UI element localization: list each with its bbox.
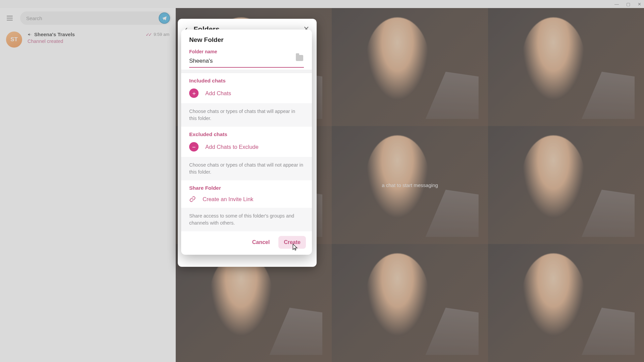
folder-name-input[interactable] <box>189 56 304 68</box>
share-folder-title: Share Folder <box>181 180 312 194</box>
folder-name-label: Folder name <box>189 49 304 54</box>
new-folder-dialog: New Folder Folder name Included chats ＋ … <box>181 29 312 255</box>
folder-icon[interactable] <box>296 55 303 61</box>
add-exclude-chats-button[interactable]: － Add Chats to Exclude <box>181 140 312 157</box>
excluded-helper-text: Choose chats or types of chats that will… <box>181 157 312 180</box>
add-chats-button[interactable]: ＋ Add Chats <box>181 86 312 103</box>
minus-icon: － <box>189 142 199 152</box>
plus-icon: ＋ <box>189 88 199 98</box>
link-icon <box>189 196 196 202</box>
create-invite-link-button[interactable]: Create an Invite Link <box>181 194 312 208</box>
create-invite-link-label: Create an Invite Link <box>203 196 253 202</box>
included-chats-title: Included chats <box>181 73 312 86</box>
dialog-title: New Folder <box>189 36 304 44</box>
add-chats-label: Add Chats <box>205 90 231 97</box>
divider <box>181 70 312 73</box>
cancel-button[interactable]: Cancel <box>247 236 275 249</box>
add-exclude-chats-label: Add Chats to Exclude <box>205 144 259 150</box>
excluded-chats-title: Excluded chats <box>181 127 312 140</box>
backdrop-light <box>0 0 644 362</box>
included-helper-text: Choose chats or types of chats that will… <box>181 103 312 127</box>
create-button[interactable]: Create <box>278 236 306 249</box>
share-helper-text: Share access to some of this folder's gr… <box>181 208 312 231</box>
